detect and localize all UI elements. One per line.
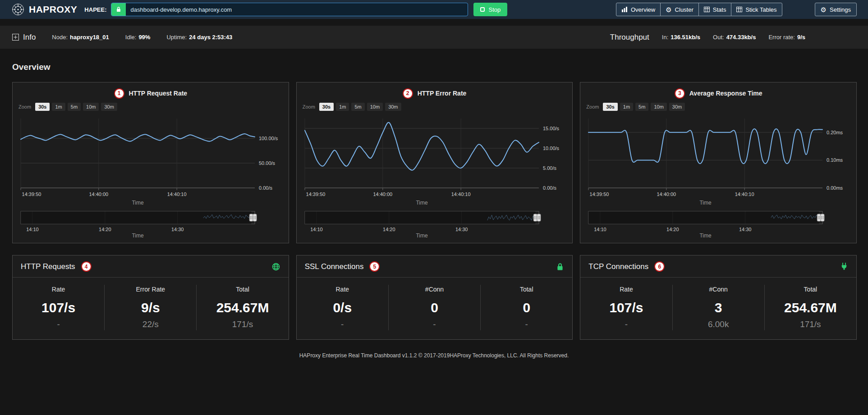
zoom-button-30s[interactable]: 30s [603, 103, 617, 111]
svg-text:14:40:00: 14:40:00 [89, 192, 108, 197]
chart-panel-average-response-time: 3 Average Response Time Zoom 30s 1m 5m 1… [580, 82, 857, 243]
stat-panel-badge: 5 [369, 261, 380, 272]
svg-text:14:39:50: 14:39:50 [306, 192, 325, 197]
nav-button-stick-tables[interactable]: Stick Tables [731, 3, 782, 16]
svg-text:100.00/s: 100.00/s [259, 136, 278, 141]
idle-field: Idle:99% [125, 34, 151, 41]
stat-col-sub: 22/s [105, 319, 196, 329]
nav-button-label: Overview [631, 6, 655, 13]
dashboard-url-input[interactable] [126, 3, 468, 16]
zoom-label: Zoom [586, 104, 599, 109]
chart-title-row: 3 Average Response Time [585, 86, 852, 100]
nav-button-label: Stick Tables [745, 6, 776, 13]
zoom-button-30s[interactable]: 30s [319, 103, 334, 111]
svg-text:14:40:10: 14:40:10 [735, 192, 754, 197]
stat-col-value: 254.67M [765, 300, 856, 315]
chart-badge: 1 [114, 88, 124, 99]
stat-col-value: 107/s [13, 300, 104, 315]
zoom-button-10m[interactable]: 10m [651, 103, 666, 111]
chart-title: HTTP Error Rate [418, 90, 467, 97]
svg-text:14:30: 14:30 [455, 227, 468, 232]
svg-text:Time: Time [416, 233, 428, 239]
stat-col-conn: #Conn 0 - [389, 285, 481, 330]
svg-text:14:40:00: 14:40:00 [657, 192, 676, 197]
out-value: 474.33kb/s [726, 34, 756, 41]
stat-col-sub: - [580, 319, 672, 329]
svg-text:0.00ms: 0.00ms [827, 185, 843, 191]
zoom-button-5m[interactable]: 5m [635, 103, 648, 111]
plug-icon [840, 262, 848, 271]
stat-col-sub: - [389, 319, 480, 329]
stat-col-conn: #Conn 3 6.00k [673, 285, 765, 330]
globe-icon [271, 262, 280, 271]
svg-text:14:20: 14:20 [99, 227, 111, 232]
zoom-label: Zoom [18, 104, 31, 109]
info-title[interactable]: Info [12, 33, 36, 42]
http-error-rate-chart: 0.00/s5.00/s10.00/s15.00/s14:39:5014:40:… [301, 113, 568, 208]
stat-col-label: Total [765, 286, 856, 293]
svg-text:Time: Time [700, 200, 712, 206]
node-label: Node: [52, 34, 68, 41]
stat-col-label: Rate [580, 286, 672, 293]
svg-text:14:10: 14:10 [310, 227, 323, 232]
stop-icon [480, 7, 485, 12]
throughput-out-field: Out:474.33kb/s [713, 34, 756, 41]
svg-text:14:20: 14:20 [383, 227, 395, 232]
throughput-group: Throughput In:136.51kb/s Out:474.33kb/s … [610, 33, 856, 42]
zoom-button-1m[interactable]: 1m [620, 103, 633, 111]
stat-col-value: 9/s [105, 300, 196, 315]
stat-col-value: 0 [389, 300, 480, 315]
stat-panel-body: Rate 107/s - Error Rate 9/s 22/s Total 2… [13, 278, 289, 339]
stat-col-total: Total 0 - [481, 285, 572, 330]
stop-button[interactable]: Stop [473, 3, 507, 16]
idle-label: Idle: [125, 34, 137, 41]
zoom-button-30m[interactable]: 30m [669, 103, 685, 111]
stat-col-rate: Rate 107/s - [580, 285, 672, 330]
stat-panel-badge: 4 [81, 261, 92, 272]
zoom-selector: Zoom 30s 1m 5m 10m 30m [585, 100, 852, 113]
settings-button[interactable]: ⚙ Settings [815, 3, 857, 16]
stat-panel-body: Rate 0/s - #Conn 0 - Total 0 - [297, 278, 573, 339]
zoom-button-10m[interactable]: 10m [367, 103, 383, 111]
http-error-rate-navigator[interactable]: 14:1014:2014:30Time [301, 210, 568, 239]
svg-text:50.00/s: 50.00/s [259, 160, 276, 166]
in-value: 136.51kb/s [671, 34, 700, 41]
zoom-label: Zoom [303, 104, 315, 109]
zoom-button-1m[interactable]: 1m [52, 103, 65, 111]
uptime-label: Uptime: [166, 34, 187, 41]
nav-button-cluster[interactable]: ⚙ Cluster [660, 3, 699, 16]
chart-badge: 2 [403, 88, 413, 99]
zoom-selector: Zoom 30s 1m 5m 10m 30m [17, 100, 284, 113]
zoom-button-5m[interactable]: 5m [351, 103, 364, 111]
stat-col-value: 3 [673, 300, 764, 315]
zoom-button-5m[interactable]: 5m [68, 103, 81, 111]
expand-plus-icon [12, 34, 19, 41]
settings-button-label: Settings [830, 6, 851, 13]
top-navbar: HAPROXY HAPEE: Stop Overview ⚙ Cluster S… [0, 0, 868, 19]
node-field: Node:haproxy18_01 [52, 34, 109, 41]
stat-col-error-rate: Error Rate 9/s 22/s [105, 285, 197, 330]
zoom-button-10m[interactable]: 10m [83, 103, 99, 111]
gear-icon: ⚙ [821, 6, 827, 13]
stat-col-total: Total 254.67M 171/s [197, 285, 288, 330]
zoom-button-1m[interactable]: 1m [336, 103, 349, 111]
chart-panel-http-error-rate: 2 HTTP Error Rate Zoom 30s 1m 5m 10m 30m… [296, 82, 573, 243]
http-request-rate-navigator[interactable]: 14:1014:2014:30Time [17, 210, 284, 239]
zoom-button-30m[interactable]: 30m [101, 103, 117, 111]
nav-button-overview[interactable]: Overview [616, 3, 661, 16]
haproxy-logo-icon [11, 3, 25, 16]
zoom-button-30m[interactable]: 30m [385, 103, 401, 111]
table-icon [736, 7, 742, 12]
stat-col-value: 107/s [580, 300, 672, 315]
average-response-time-navigator[interactable]: 14:1014:2014:30Time [585, 210, 851, 239]
nav-button-label: Stats [713, 6, 726, 13]
nav-button-stats[interactable]: Stats [698, 3, 732, 16]
average-response-time-chart: 0.00ms0.10ms0.20ms14:39:5014:40:0014:40:… [585, 113, 851, 208]
svg-text:Time: Time [700, 233, 712, 239]
uptime-value: 24 days 2:53:43 [189, 34, 232, 41]
lock-addon [111, 3, 126, 16]
zoom-button-30s[interactable]: 30s [35, 103, 50, 111]
stat-panel-header: SSL Connections 5 [297, 255, 573, 278]
http-request-rate-chart: 0.00/s50.00/s100.00/s14:39:5014:40:0014:… [17, 113, 284, 208]
chart-title: Average Response Time [689, 90, 762, 97]
